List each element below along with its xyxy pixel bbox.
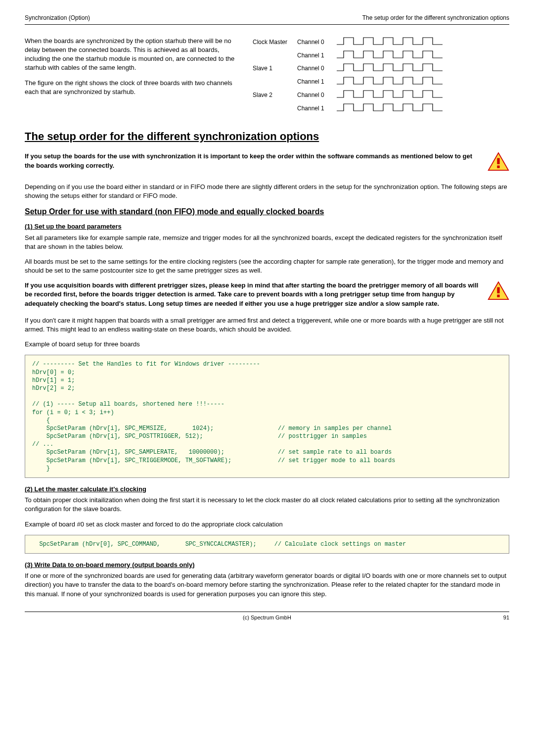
header-right: The setup order for the different synchr…	[362, 14, 509, 22]
p3: Depending on if you use the board either…	[25, 183, 509, 200]
svg-rect-1	[497, 158, 499, 164]
square-wave-icon	[337, 37, 509, 48]
channel-label: Channel 0	[297, 64, 337, 73]
step1-p2: All boards must be set to the same setti…	[25, 257, 509, 275]
page-header: Synchronization (Option) The setup order…	[25, 14, 509, 25]
channel-label: Channel 1	[297, 104, 337, 113]
clock-diagram: Clock MasterChannel 0Channel 1Slave 1Cha…	[253, 37, 509, 114]
header-left: Synchronization (Option)	[25, 14, 90, 22]
intro-section: When the boards are synchronized by the …	[25, 37, 509, 114]
step3-p1: If one or more of the synchronized board…	[25, 571, 509, 599]
p4: If you don't care it might happen that b…	[25, 316, 509, 334]
step1-p1: Set all parameters like for example samp…	[25, 234, 509, 251]
page-footer: (c) Spectrum GmbH 91	[25, 612, 509, 621]
warning-2-text: If you use acquisition boards with diffe…	[25, 281, 480, 308]
warning-icon	[488, 152, 509, 174]
step3-title: (3) Write Data to on-board memory (outpu…	[25, 561, 509, 569]
warning-2: If you use acquisition boards with diffe…	[25, 281, 509, 308]
clock-master-label: Clock Master	[253, 38, 297, 47]
code-block-1: // --------- Set the Handles to fit for …	[25, 355, 509, 478]
clock-master-label: Slave 1	[253, 64, 297, 73]
warning-icon	[488, 281, 509, 303]
step1-title: (1) Set up the board parameters	[25, 222, 509, 231]
channel-label: Channel 0	[297, 91, 337, 99]
square-wave-icon	[337, 50, 509, 61]
square-wave-icon	[337, 90, 509, 101]
footer-center: (c) Spectrum GmbH	[186, 614, 348, 621]
channel-label: Channel 0	[297, 38, 337, 47]
warning-1: If you setup the boards for the use with…	[25, 152, 509, 174]
svg-rect-2	[497, 166, 499, 168]
footer-right: 91	[348, 614, 509, 621]
footer-left	[25, 614, 186, 621]
section-heading: The setup order for the different synchr…	[25, 129, 509, 144]
step2-p1: To obtain proper clock initailization wh…	[25, 496, 509, 514]
svg-rect-5	[497, 295, 499, 297]
step2-title: (2) Let the master calculate it's clocki…	[25, 485, 509, 494]
svg-rect-4	[497, 287, 499, 293]
channel-label: Channel 1	[297, 78, 337, 86]
code-block-2: SpcSetParam (hDrv[0], SPC_COMMAND, SPC_S…	[25, 535, 509, 554]
channel-label: Channel 1	[297, 51, 337, 60]
step2-p2: Example of board #0 set as clock master …	[25, 520, 509, 529]
square-wave-icon	[337, 76, 509, 88]
p5: Example of board setup for three boards	[25, 340, 509, 349]
subsection-heading: Setup Order for use with standard (non F…	[25, 206, 509, 217]
clock-master-label: Slave 2	[253, 91, 297, 99]
square-wave-icon	[337, 103, 509, 114]
square-wave-icon	[337, 63, 509, 74]
warning-1-text: If you setup the boards for the use with…	[25, 152, 480, 170]
intro-p2: The figure on the right shows the clock …	[25, 79, 243, 96]
intro-p1: When the boards are synchronized by the …	[25, 37, 243, 73]
